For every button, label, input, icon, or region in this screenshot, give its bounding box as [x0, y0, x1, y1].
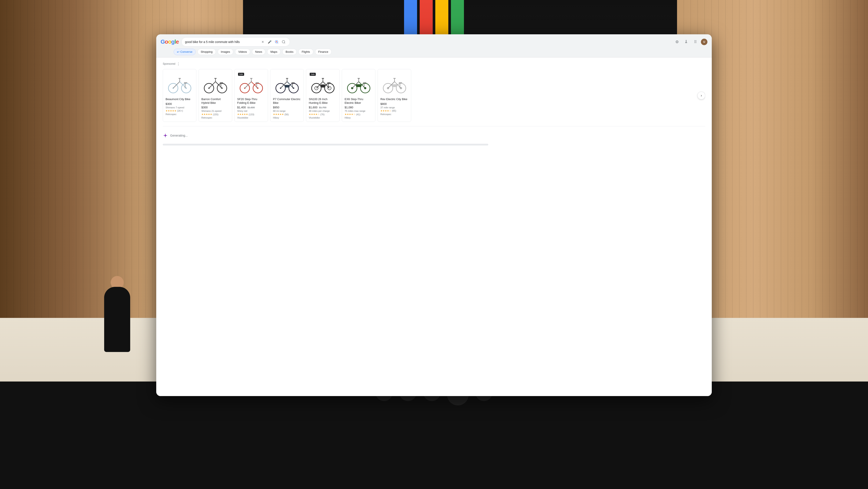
product-spec-2: Shiny red	[237, 110, 265, 112]
svg-line-34	[250, 82, 251, 83]
filter-pills: ↩ Converse Shopping Images Videos News M…	[161, 49, 707, 57]
filter-flights[interactable]: Flights	[299, 49, 313, 55]
user-avatar[interactable]: U	[701, 39, 707, 45]
product-name-5: EX6 Step-Thru Electric Biker	[345, 97, 373, 105]
filter-converse[interactable]: ↩ Converse	[174, 49, 196, 55]
product-card-0[interactable]: Beaumont City Bike $300 Shimano 7-speed …	[163, 69, 196, 122]
svg-line-22	[214, 82, 215, 83]
product-image-0	[165, 72, 193, 96]
filter-maps-label: Maps	[270, 50, 277, 53]
product-spec-4: 48 miles per charge	[309, 110, 337, 112]
bike-image-0	[167, 74, 193, 94]
filter-videos-label: Videos	[238, 50, 247, 53]
bike-image-4	[310, 74, 336, 94]
review-count-1: (155)	[213, 113, 219, 116]
product-name-6: Rev Electric City Bike	[380, 97, 408, 101]
browser-chrome: Google ✕ 🎤	[156, 34, 712, 58]
browser-content: Sponsored ⋮	[156, 58, 712, 396]
bike-image-2	[238, 74, 264, 94]
content-divider	[163, 126, 705, 126]
carousel-next-button[interactable]: ›	[698, 92, 705, 99]
filter-news[interactable]: News	[252, 49, 266, 55]
svg-line-72	[358, 82, 359, 83]
product-seller-2: Vtuviebike	[237, 116, 265, 119]
generating-progress-bar	[163, 144, 488, 145]
filter-maps[interactable]: Maps	[267, 49, 281, 55]
voice-search-icon[interactable]: 🎤	[267, 39, 272, 45]
browser-window: Google ✕ 🎤	[156, 34, 712, 396]
bike-image-5	[346, 74, 372, 94]
product-seller-1: Retrospec	[202, 116, 229, 119]
search-bar[interactable]: ✕ 🎤	[181, 37, 290, 47]
settings-icon[interactable]: ⚙	[674, 38, 681, 46]
stars-3: ★★★★★	[273, 113, 284, 116]
product-rating-1: ★★★★★ (155)	[202, 113, 229, 116]
logo-g: G	[161, 38, 165, 45]
labs-icon[interactable]	[683, 38, 690, 46]
apps-icon[interactable]: ⠿	[692, 38, 699, 46]
product-image-2: Sale	[237, 72, 265, 96]
filter-images-label: Images	[221, 50, 230, 53]
product-card-6[interactable]: Rev Electric City Bike $800 37 mile rang…	[378, 69, 411, 122]
gemini-icon	[163, 133, 168, 138]
product-spec-0: Shimano 7-speed	[165, 106, 193, 109]
sponsored-label: Sponsored	[163, 62, 175, 65]
product-card-4[interactable]: Sale	[306, 69, 340, 122]
original-price-2: $1,600	[247, 106, 255, 109]
filter-videos[interactable]: Videos	[235, 49, 250, 55]
product-name-0: Beaumont City Bike	[165, 97, 193, 101]
product-price-3: $950	[273, 106, 301, 109]
sale-badge-2: Sale	[238, 73, 244, 76]
svg-rect-51	[285, 85, 289, 87]
svg-rect-64	[321, 84, 325, 87]
product-price-4: $1,600 $1,700	[309, 106, 337, 109]
filter-shopping[interactable]: Shopping	[197, 49, 216, 55]
lens-icon[interactable]	[274, 39, 279, 45]
clear-icon[interactable]: ✕	[260, 39, 266, 45]
product-card-2[interactable]: Sale	[235, 69, 268, 122]
review-count-2: (133)	[249, 113, 254, 116]
generating-section: Generating...	[163, 131, 705, 140]
presenter-body	[104, 287, 130, 352]
bike-image-6	[381, 74, 407, 94]
filter-converse-label: Converse	[180, 50, 192, 53]
svg-line-59	[322, 82, 323, 83]
product-card-5[interactable]: EX6 Step-Thru Electric Biker $1,080 75 m…	[342, 69, 375, 122]
search-input[interactable]	[185, 40, 258, 44]
svg-line-85	[394, 82, 395, 83]
review-count-0: (1K+)	[177, 110, 183, 112]
search-submit-icon[interactable]	[281, 39, 286, 45]
product-price-1: $300	[202, 106, 229, 109]
review-count-6: (65)	[392, 110, 396, 112]
product-card-3[interactable]: P7 Commuter Electric Bike $950 68 mi ran…	[270, 69, 304, 122]
filter-shopping-label: Shopping	[201, 50, 213, 53]
sale-badge-4: Sale	[310, 73, 316, 76]
review-count-5: (41)	[356, 113, 361, 116]
google-logo: Google	[161, 38, 179, 45]
audience	[0, 381, 868, 489]
stars-0: ★★★★★	[165, 110, 177, 112]
stars-5: ★★★★☆	[345, 113, 355, 116]
filter-finance-label: Finance	[318, 50, 328, 53]
sponsored-menu-icon[interactable]: ⋮	[177, 62, 180, 66]
product-card-1[interactable]: Barron Comfort Hybrid Bike $300 Shimano …	[198, 69, 232, 122]
product-image-1	[202, 72, 229, 96]
svg-line-46	[286, 82, 287, 83]
product-rating-6: ★★★★☆ (65)	[380, 110, 408, 112]
product-name-3: P7 Commuter Electric Bike	[273, 97, 301, 105]
sponsored-header: Sponsored ⋮	[163, 62, 705, 66]
svg-point-2	[282, 40, 285, 43]
filter-flights-label: Flights	[302, 50, 310, 53]
filter-images[interactable]: Images	[218, 49, 234, 55]
logo-o1: o	[165, 38, 168, 45]
product-image-4: Sale	[309, 72, 337, 96]
stars-6: ★★★★☆	[380, 110, 391, 112]
logo-e: e	[176, 38, 179, 45]
converse-icon: ↩	[177, 50, 180, 54]
product-spec-6: 37 mile range	[380, 106, 408, 109]
svg-point-1	[276, 41, 277, 42]
filter-books[interactable]: Books	[282, 49, 297, 55]
product-image-6	[380, 72, 408, 96]
filter-finance[interactable]: Finance	[315, 49, 332, 55]
stars-1: ★★★★★	[202, 113, 212, 116]
